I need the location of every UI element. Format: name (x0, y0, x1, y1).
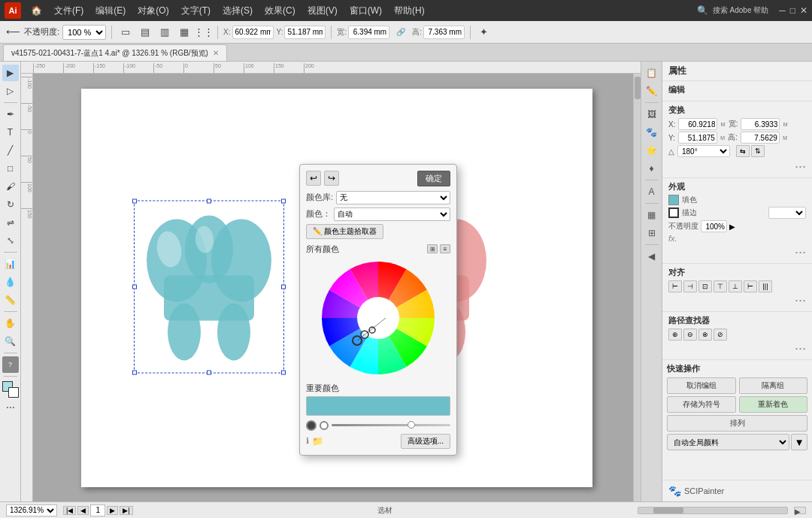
nav-prev-btn[interactable]: ◀ (77, 506, 89, 515)
blue-shape-group[interactable] (143, 208, 275, 368)
zoom-select[interactable]: 1326.91% (6, 504, 57, 516)
toolbar-back-btn[interactable]: ⟵ (5, 24, 21, 41)
sel-handle-ml[interactable] (132, 284, 137, 289)
rp-y-input[interactable] (678, 132, 717, 144)
rp-x-input[interactable] (678, 118, 717, 130)
w-input[interactable] (348, 26, 389, 39)
dialog-back-btn[interactable]: ↩ (306, 171, 321, 186)
align-left-btn[interactable]: ⊢ (668, 280, 682, 292)
pathfinder-minus-btn[interactable]: ⊖ (683, 329, 697, 341)
qa-isolate-btn[interactable]: 隔离组 (739, 377, 808, 394)
color-theme-picker-btn[interactable]: ✏️ 颜色主题拾取器 (306, 224, 383, 239)
rp-pathfinder-more[interactable]: ··· (668, 341, 806, 356)
sel-handle-br[interactable] (281, 370, 286, 374)
tool-rect[interactable]: □ (2, 160, 19, 177)
qa-arrange-btn[interactable]: 排列 (667, 415, 807, 432)
opacity-select[interactable]: 100 % (62, 25, 106, 40)
grid-view-btn[interactable]: ⊞ (427, 244, 438, 253)
align-top-btn[interactable]: ⊤ (714, 280, 727, 292)
ps-text-icon[interactable]: A (644, 183, 660, 200)
ps-image-icon[interactable]: 🖼 (644, 106, 660, 123)
page-input[interactable] (90, 504, 105, 516)
rp-appearance-more[interactable]: ··· (668, 244, 806, 260)
scroll-right-btn[interactable]: ▶ (794, 507, 806, 514)
tool-select[interactable]: ▶ (2, 65, 19, 81)
tool-more[interactable]: ⋯ (2, 399, 19, 416)
align-right-btn[interactable]: ▦ (176, 24, 192, 41)
color-wheel-container[interactable] (306, 258, 450, 378)
align-center-h-btn[interactable]: ⊣ (683, 280, 697, 292)
align-left-btn[interactable]: ▤ (137, 24, 153, 41)
menu-effect[interactable]: 效果(C) (259, 3, 301, 19)
sel-handle-tl[interactable] (132, 198, 137, 203)
list-view-btn[interactable]: ≡ (440, 244, 450, 253)
close-btn[interactable]: ✕ (800, 5, 807, 16)
tool-measure[interactable]: 📏 (2, 292, 19, 308)
pathfinder-intersect-btn[interactable]: ⊗ (698, 329, 712, 341)
rp-opacity-input[interactable] (701, 220, 727, 232)
rp-align-more[interactable]: ··· (668, 292, 806, 308)
sel-handle-bl[interactable] (132, 370, 137, 374)
nav-first-btn[interactable]: |◀ (63, 506, 76, 515)
align-middle-btn[interactable]: ⊥ (729, 280, 742, 292)
tool-line[interactable]: ╱ (2, 142, 19, 159)
menu-window[interactable]: 窗口(W) (344, 3, 387, 19)
h-scrollbar-thumb[interactable] (653, 507, 683, 513)
menu-help[interactable]: 帮助(H) (389, 3, 430, 19)
rp-flip-h-btn[interactable]: ⇆ (736, 145, 750, 157)
tool-rotate[interactable]: ↻ (2, 196, 19, 213)
menu-object[interactable]: 对象(O) (132, 3, 174, 19)
sel-handle-tc[interactable] (207, 198, 211, 203)
ps-edit-icon[interactable]: ✏️ (644, 83, 660, 99)
fill-stroke-indicator[interactable] (2, 381, 19, 398)
v-scrollbar[interactable] (633, 74, 641, 501)
menu-select[interactable]: 选择(S) (217, 3, 258, 19)
nav-last-btn[interactable]: ▶| (120, 506, 132, 515)
qa-ungroup-btn[interactable]: 取消编组 (667, 377, 736, 394)
rp-stroke-swatch[interactable] (668, 208, 679, 218)
tool-brush[interactable]: 🖌 (2, 178, 19, 195)
tab-close-btn[interactable]: ✕ (213, 49, 219, 57)
qa-save-symbol-btn[interactable]: 存储为符号 (667, 396, 736, 413)
slider-thumb[interactable] (408, 421, 415, 429)
rp-flip-v-btn[interactable]: ⇅ (751, 145, 765, 157)
nav-next-btn[interactable]: ▶ (107, 506, 118, 515)
minimize-btn[interactable]: ─ (779, 5, 786, 16)
brightness-slider[interactable] (332, 424, 450, 426)
qa-dropdown-arrow[interactable]: ▼ (791, 434, 807, 450)
color-library-select[interactable]: 无 (336, 191, 450, 204)
folder-icon[interactable]: 📁 (312, 436, 323, 447)
tool-eyedropper[interactable]: 💧 (2, 274, 19, 290)
rp-angle-select[interactable]: 180° (677, 145, 730, 157)
pathfinder-unite-btn[interactable]: ⊕ (668, 329, 682, 341)
rp-stroke-select[interactable] (768, 207, 806, 219)
sel-handle-bc[interactable] (207, 370, 211, 374)
color-wheel-svg[interactable] (318, 258, 438, 378)
tool-zoom[interactable]: 🔍 (2, 333, 19, 350)
h-scrollbar[interactable] (638, 507, 788, 514)
sel-handle-tr[interactable] (281, 198, 286, 203)
y-input[interactable] (284, 26, 326, 39)
key-color-swatch[interactable] (306, 396, 450, 416)
rp-opacity-arrow[interactable]: ▶ (729, 223, 735, 231)
menu-home[interactable]: 🏠 (26, 4, 47, 17)
ps-expand-icon[interactable]: ◀ (644, 248, 660, 265)
pathfinder-exclude-btn[interactable]: ⊘ (714, 329, 727, 341)
link-wh-btn[interactable]: 🔗 (392, 24, 409, 41)
rp-w-input[interactable] (741, 118, 780, 130)
h-input[interactable] (423, 26, 465, 39)
rp-h-input[interactable] (741, 132, 780, 144)
tool-question[interactable]: ? (2, 356, 19, 373)
distribute-h-btn[interactable]: ||| (759, 280, 772, 292)
ps-star-icon[interactable]: ⭐ (644, 142, 660, 159)
tool-direct-select[interactable]: ▷ (2, 83, 19, 99)
transform-btn[interactable]: ✦ (476, 24, 492, 41)
ps-symbol-icon[interactable]: ♦ (644, 160, 660, 177)
align-right-btn[interactable]: ⊡ (698, 280, 712, 292)
tool-mirror[interactable]: ⇌ (2, 214, 19, 231)
menu-view[interactable]: 视图(V) (302, 3, 343, 19)
blue-tooth-shape[interactable] (143, 208, 275, 365)
menu-text[interactable]: 文字(T) (176, 3, 216, 19)
tool-type[interactable]: T (2, 124, 19, 141)
x-input[interactable] (232, 26, 274, 39)
